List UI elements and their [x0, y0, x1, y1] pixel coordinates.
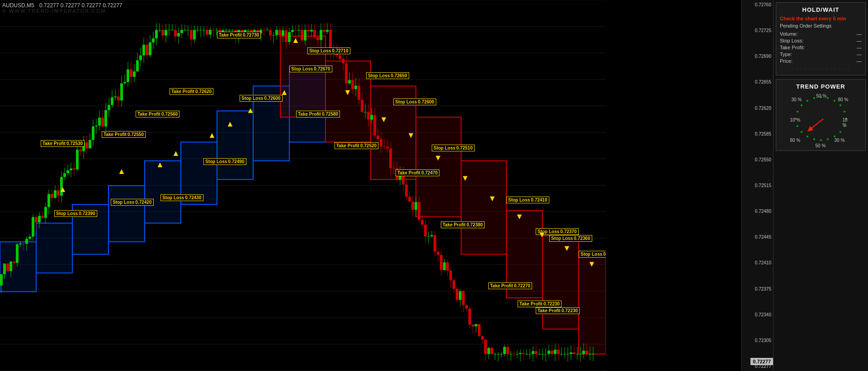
- take-profit-label: Take Profit0.72560: [136, 111, 179, 117]
- svg-point-1: [827, 97, 829, 99]
- trend-power-title: TREND POWER: [780, 83, 862, 90]
- gauge-label-bottom-left: 80 %: [790, 138, 801, 143]
- price-axis-label: 0.72620: [742, 106, 773, 111]
- down-arrow-icon: ▼: [407, 131, 415, 139]
- down-arrow-icon: ▼: [461, 174, 469, 182]
- field-value: —: [857, 52, 862, 57]
- price-axis-label: 0.72340: [742, 312, 773, 317]
- up-arrow-icon: ▲: [226, 120, 234, 128]
- field-value: —: [857, 58, 862, 64]
- price-axis-label: 0.72305: [742, 338, 773, 343]
- field-label: Stop Loss:: [780, 38, 803, 43]
- take-profit-label: Take Profit0.72230: [518, 301, 561, 307]
- svg-point-13: [801, 131, 802, 133]
- current-price-badge: 0.72277: [750, 358, 773, 365]
- current-price-value: 0.72277: [753, 359, 771, 364]
- price-axis-label: 0.72515: [742, 183, 773, 188]
- field-value: —: [857, 45, 862, 50]
- up-arrow-icon: ▲: [172, 149, 180, 157]
- stop-loss-label: Stop Loss0.72600: [393, 99, 436, 105]
- field-label: Volume:: [780, 31, 798, 37]
- trend-gauge: 50 % 80 % 10 % 30 % 10 % 80 % 30 % 50 %: [789, 93, 853, 147]
- up-arrow-icon: ▲: [208, 131, 216, 139]
- take-profit-label: Take Profit0.72520: [335, 142, 378, 149]
- take-profit-label: Take Profit0.72620: [170, 88, 213, 95]
- trend-power-panel: TREND POWER: [776, 79, 866, 151]
- down-arrow-icon: ▼: [380, 115, 388, 123]
- stop-loss-label: Stop Loss0.72410: [506, 197, 549, 203]
- svg-point-11: [813, 138, 815, 140]
- svg-line-20: [810, 119, 823, 130]
- down-arrow-icon: ▼: [563, 244, 571, 252]
- price-axis-label: 0.72445: [742, 235, 773, 240]
- svg-point-7: [840, 131, 841, 133]
- chart-area: AUDUSD,M5 0.72277 0.72277 0.72277 0.7227…: [0, 0, 606, 371]
- take-profit-label: Take Profit0.72530: [41, 140, 85, 147]
- down-arrow-icon: ▼: [515, 212, 524, 221]
- fields-container: Volume:—Stop Loss:—Take Profit:—Type:—Pr…: [780, 31, 862, 64]
- svg-point-9: [827, 138, 829, 140]
- svg-point-16: [797, 111, 798, 113]
- gauge-label-bottom: 50 %: [816, 143, 826, 148]
- take-profit-label: Take Profit0.72270: [488, 282, 532, 289]
- stop-loss-label: Stop Loss0.72650: [366, 72, 409, 79]
- svg-point-18: [807, 100, 808, 102]
- stop-loss-label: Stop Loss0.72670: [289, 66, 332, 72]
- svg-point-8: [834, 136, 835, 137]
- up-arrow-icon: ▲: [280, 88, 288, 96]
- gauge-label-right-mid: 10 %: [843, 117, 853, 127]
- up-arrow-icon: ▲: [59, 185, 67, 193]
- field-label: Take Profit:: [780, 45, 805, 50]
- stop-loss-label: Stop Loss0.72600: [240, 95, 283, 102]
- take-profit-label: Take Profit0.72730: [217, 32, 261, 38]
- pending-order-title: Pending Order Settings: [780, 23, 862, 28]
- watermark: © WWW.TREND-IMPERATOR.COM: [2, 8, 106, 14]
- price-axis-label: 0.72725: [742, 28, 773, 33]
- dots-line: · · · · · · · · · · · · · ·: [780, 66, 862, 71]
- svg-point-19: [813, 97, 815, 99]
- field-row: Type:—: [780, 52, 862, 57]
- price-axis-label: 0.72690: [742, 54, 773, 59]
- take-profit-label: Take Profit0.72470: [396, 169, 439, 176]
- price-axis-label: 0.72410: [742, 260, 773, 265]
- chart-canvas: [0, 0, 606, 371]
- take-profit-label: Take Profit0.72580: [296, 111, 340, 117]
- down-arrow-icon: ▼: [488, 194, 496, 202]
- down-arrow-icon: ▼: [344, 88, 352, 96]
- take-profit-label: Take Profit0.72380: [441, 221, 485, 228]
- svg-point-3: [840, 104, 841, 106]
- take-profit-label: Take Profit0.72230: [536, 307, 580, 314]
- right-panel: HOLD/WAIT Check the chart every 5 min Pe…: [773, 0, 868, 371]
- svg-point-10: [820, 139, 822, 141]
- stop-loss-label: Stop Loss0.72390: [54, 210, 97, 217]
- symbol-label: AUDUSD,M5: [2, 2, 34, 9]
- stop-loss-label: Stop Loss0.72490: [203, 158, 246, 165]
- price-axis-container: 0.727600.727250.726900.726550.726200.725…: [741, 0, 773, 371]
- up-arrow-icon: ▲: [156, 160, 164, 169]
- take-profit-label: Take Profit0.72550: [102, 131, 146, 138]
- gauge-label-top: 50 %: [816, 94, 827, 99]
- stop-loss-label: Stop Loss0.72710: [307, 47, 350, 54]
- stop-loss-label: Stop Loss0.72510: [432, 145, 475, 151]
- down-arrow-icon: ▼: [588, 260, 596, 268]
- check-chart-text: Check the chart every 5 min: [780, 16, 862, 21]
- stop-loss-label: Stop Loss0.72420: [111, 199, 154, 206]
- field-label: Price:: [780, 58, 793, 64]
- gauge-label-left-top: 30 %: [792, 97, 802, 102]
- down-arrow-icon: ▼: [434, 154, 442, 162]
- price-axis-label: 0.72655: [742, 80, 773, 85]
- down-arrow-icon: ▼: [538, 230, 546, 239]
- chart-header: AUDUSD,M5 0.72277 0.72277 0.72277 0.7227…: [2, 2, 123, 9]
- svg-point-2: [834, 100, 835, 102]
- field-row: Take Profit:—: [780, 45, 862, 50]
- svg-point-12: [807, 136, 808, 137]
- price-axis-label: 0.72480: [742, 209, 773, 214]
- field-row: Price:—: [780, 58, 862, 64]
- field-row: Volume:—: [780, 31, 862, 37]
- up-arrow-icon: ▲: [118, 167, 126, 175]
- svg-point-17: [801, 104, 802, 106]
- stop-loss-label: Stop Loss0.72430: [160, 194, 203, 201]
- gauge-label-left-mid: 10 %: [790, 117, 801, 122]
- gauge-label-right-top: 80 %: [838, 97, 849, 102]
- up-arrow-icon: ▲: [246, 106, 255, 114]
